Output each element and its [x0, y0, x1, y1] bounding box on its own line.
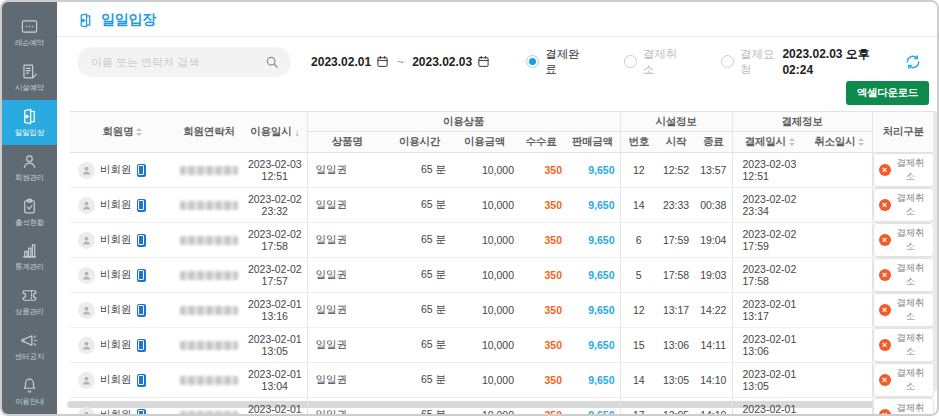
product-name: 일일권 — [307, 258, 387, 293]
paid-at: 2023-02-02 17:58 — [732, 258, 807, 293]
date-from-calendar-button[interactable] — [376, 55, 389, 68]
table-row: 비회원 2023-02-02 17:58 일일권 65 분 10,000 350… — [70, 223, 934, 258]
cancelled-at — [807, 328, 872, 363]
radio-payment-requested[interactable]: 결제요청 — [721, 47, 782, 77]
use-date: 2023-02-01 13:05 — [243, 328, 307, 363]
table-row: 비회원 2023-02-02 17:57 일일권 65 분 10,000 350… — [70, 258, 934, 293]
cancel-payment-button[interactable]: 결제취소 — [873, 153, 935, 187]
use-time: 65 분 — [387, 328, 452, 363]
start-time: 13:17 — [657, 293, 695, 328]
col-header-member[interactable]: 회원명 — [70, 112, 175, 153]
sidebar-item-member-management[interactable]: 회원관리 — [2, 145, 57, 190]
table-row: 비회원 2023-02-01 13:16 일일권 65 분 10,000 350… — [70, 293, 934, 328]
start-time: 12:52 — [657, 153, 695, 188]
member-name: 비회원 — [100, 198, 132, 212]
x-circle-icon — [879, 409, 891, 416]
group-header-payment: 결제정보 — [732, 112, 872, 132]
member-name: 비회원 — [100, 408, 132, 416]
sort-arrows-icon — [789, 138, 795, 146]
use-date: 2023-02-01 13:16 — [243, 293, 307, 328]
facility-reservation-icon — [20, 62, 39, 81]
cancel-payment-button[interactable]: 결제취소 — [873, 293, 935, 327]
person-icon — [81, 200, 92, 211]
end-time: 14:22 — [695, 293, 732, 328]
paid-at: 2023-02-01 13:05 — [732, 398, 807, 416]
date-to-calendar-button[interactable] — [477, 55, 490, 68]
phone-badge-icon — [137, 164, 146, 177]
cancel-payment-label: 결제취소 — [895, 157, 927, 183]
sidebar-item-statistics[interactable]: 통계관리 — [2, 234, 57, 279]
member-cell: 비회원 — [70, 302, 175, 319]
sale-amount: 9,650 — [565, 293, 620, 328]
use-amount: 10,000 — [452, 153, 517, 188]
phone-badge-icon — [137, 374, 146, 387]
main-panel: 일일입장 2023.02.01 ~ 2023.02.03 — [57, 2, 937, 414]
member-contact — [175, 258, 243, 293]
daily-entry-icon — [20, 107, 39, 126]
col-header-action: 처리구분 — [872, 112, 934, 153]
cancel-payment-button[interactable]: 결제취소 — [873, 188, 935, 222]
cancel-payment-label: 결제취소 — [895, 262, 927, 288]
person-icon — [81, 165, 92, 176]
fee: 350 — [517, 398, 565, 416]
search-input[interactable] — [91, 56, 265, 68]
cancel-payment-button[interactable]: 결제취소 — [873, 398, 935, 416]
col-header-cancelled-at[interactable]: 취소일시 — [807, 132, 872, 153]
cancel-payment-button[interactable]: 결제취소 — [873, 223, 935, 257]
cancelled-at — [807, 188, 872, 223]
cancel-payment-button[interactable]: 결제취소 — [873, 363, 935, 397]
entries-table: 회원명 회원연락처 이용일시 이용상품 시설정보 결제정보 처리구분 상품명 이… — [70, 111, 934, 416]
sidebar-item-product-management[interactable]: 상품관리 — [2, 279, 57, 324]
avatar — [78, 407, 95, 416]
use-date: 2023-02-01 13:04 — [243, 363, 307, 398]
sidebar-item-daily-entry[interactable]: 일일입장 — [2, 100, 57, 145]
col-header-sale-amount: 판매금액 — [565, 132, 620, 153]
avatar — [78, 162, 95, 179]
center-notice-icon — [20, 331, 39, 350]
use-date: 2023-02-03 12:51 — [243, 153, 307, 188]
date-from[interactable]: 2023.02.01 — [311, 55, 371, 69]
excel-download-button[interactable]: 엑셀다운로드 — [846, 81, 929, 105]
phone-badge-icon — [137, 199, 146, 212]
col-header-use-date[interactable]: 이용일시 — [243, 112, 307, 153]
payment-status-radios: 결제완료 결제취소 결제요청 — [526, 47, 782, 77]
vertical-scrollbar[interactable] — [933, 111, 937, 391]
lesson-reservation-icon — [20, 17, 39, 36]
cancel-payment-button[interactable]: 결제취소 — [873, 328, 935, 362]
sidebar-item-center-notice[interactable]: 센터공지 — [2, 324, 57, 369]
product-name: 일일권 — [307, 188, 387, 223]
fee: 350 — [517, 188, 565, 223]
sidebar-item-usage-guide[interactable]: 이용안내 — [2, 369, 57, 414]
sidebar-item-facility-reservation[interactable]: 시설예약 — [2, 55, 57, 100]
statistics-icon — [20, 241, 39, 260]
radio-payment-complete[interactable]: 결제완료 — [526, 47, 587, 77]
use-amount: 10,000 — [452, 188, 517, 223]
end-time: 14:10 — [695, 363, 732, 398]
contact-blurred — [180, 236, 238, 245]
radio-label: 결제취소 — [643, 47, 685, 77]
start-time: 23:33 — [657, 188, 695, 223]
facility-no: 14 — [620, 363, 657, 398]
sidebar-item-lesson-reservation[interactable]: 레슨예약 — [2, 10, 57, 55]
refresh-button[interactable] — [905, 54, 921, 70]
use-date: 2023-02-01 13:04 — [243, 398, 307, 416]
sidebar-item-label: 회원관리 — [15, 173, 44, 183]
radio-label: 결제완료 — [545, 47, 587, 77]
x-circle-icon — [879, 269, 891, 281]
phone-badge-icon — [137, 234, 146, 247]
product-name: 일일권 — [307, 153, 387, 188]
col-header-paid-at[interactable]: 결제일시 — [732, 132, 807, 153]
sale-amount: 9,650 — [565, 398, 620, 416]
search-icon[interactable] — [265, 55, 279, 69]
radio-payment-cancelled[interactable]: 결제취소 — [624, 47, 685, 77]
cancel-payment-button[interactable]: 결제취소 — [873, 258, 935, 292]
date-to[interactable]: 2023.02.03 — [412, 55, 472, 69]
fee: 350 — [517, 293, 565, 328]
member-contact — [175, 328, 243, 363]
sale-amount: 9,650 — [565, 328, 620, 363]
sale-amount: 9,650 — [565, 188, 620, 223]
paid-at: 2023-02-01 13:05 — [732, 363, 807, 398]
sidebar-item-attendance[interactable]: 출석현황 — [2, 190, 57, 235]
phone-badge-icon — [137, 269, 146, 282]
x-circle-icon — [879, 304, 891, 316]
